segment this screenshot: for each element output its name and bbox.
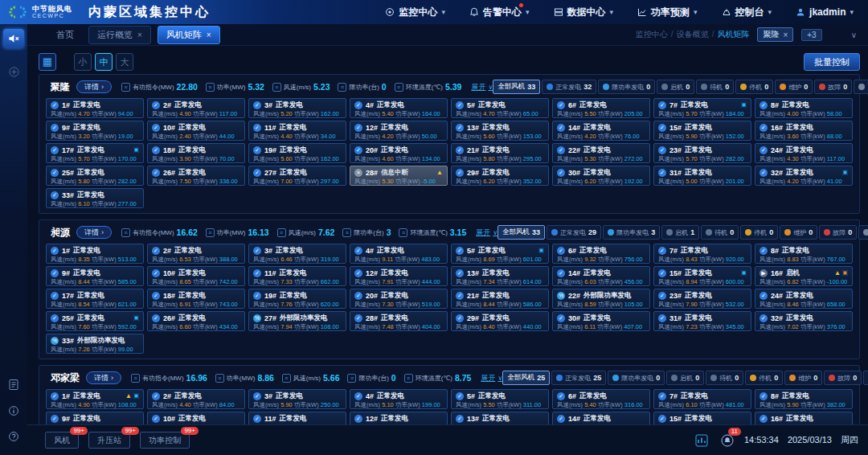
turbine-card[interactable]: ✓ 22# 正常发电 风速(m/s) 5.30 功率(kW) 272.00 (552, 143, 650, 163)
turbine-card[interactable]: ✓ 6# 正常发电 风速(m/s) 9.32 功率(kW) 756.00 (552, 244, 650, 264)
menu-console[interactable]: 控制台▾ (722, 6, 772, 19)
turbine-card[interactable]: ✓ 17# 正常发电 风速(m/s) 8.54 功率(kW) 621.00 (46, 289, 144, 309)
turbine-card[interactable]: ✓ 2# 正常发电 风速(m/s) 6.53 功率(kW) 388.00 (147, 244, 245, 264)
bottom-tab[interactable]: 升压站99+ (88, 432, 130, 449)
turbine-card[interactable]: ✓ 3# 正常发电 风速(m/s) 5.90 功率(kW) 250.00 (248, 389, 346, 409)
status-chip-fault[interactable]: 故障0 (814, 80, 852, 94)
close-icon[interactable]: × (137, 31, 142, 39)
mute-speaker-button[interactable] (3, 29, 24, 48)
turbine-card[interactable]: ✓ 20# 正常发电 风速(m/s) 4.60 功率(kW) 134.00 (350, 143, 448, 163)
turbine-card[interactable]: ✓ 28# 正常发电 风速(m/s) 7.48 功率(kW) 404.00 (350, 311, 448, 331)
turbine-card[interactable]: ✓ 4# 正常发电 风速(m/s) 9.11 功率(kW) 483.00 (350, 244, 448, 264)
turbine-card[interactable]: ✓ 25# 正常发电 风速(m/s) 5.80 功率(kW) 282.00 (46, 166, 144, 186)
turbine-card[interactable]: ✓ 32# 正常发电 风速(m/s) 7.02 功率(kW) 376.00 (755, 311, 853, 331)
turbine-card[interactable]: % 22# 外部限功率发电 风速(m/s) 8.59 功率(kW) 105.00 (552, 289, 650, 309)
status-chip-normal[interactable]: 正常发电29 (547, 225, 601, 240)
turbine-card[interactable]: ✓ 21# 正常发电 风速(m/s) 8.44 功率(kW) 586.00 (451, 289, 549, 309)
status-chip-standby[interactable]: 待机0 (696, 80, 734, 94)
batch-control-button[interactable]: 批量控制 (804, 53, 860, 71)
turbine-card[interactable]: ✓ 2# 正常发电 风速(m/s) 4.40 功率(kW) 84.00 (147, 389, 245, 409)
tab-turbine-matrix[interactable]: 风机矩阵× (158, 26, 220, 44)
size-small-button[interactable]: 小 (74, 53, 92, 71)
status-chip-normal[interactable]: 正常发电32 (542, 80, 596, 94)
filter-more-tag[interactable]: +3 (801, 29, 821, 41)
document-icon[interactable] (8, 379, 19, 394)
turbine-card[interactable]: ✓ 13# 正常发电 风速(m/s) 5.60 功率(kW) 153.00 (451, 121, 549, 141)
turbine-card[interactable]: ✓ 7# 正常发电 风速(m/s) 6.10 功率(kW) 481.00 (653, 389, 751, 409)
bottom-tab[interactable]: 功率控制99+ (140, 432, 190, 449)
turbine-card[interactable]: ▶ 16# 启机 ▲ 风速(m/s) 6.82 功率(kW) -100.00 (755, 266, 853, 286)
menu-power-forecast[interactable]: 功率预测▾ (637, 6, 698, 19)
turbine-card[interactable]: ✓ 16# 正常发电 风速(m/s) 3.60 功率(kW) 88.00 (755, 121, 853, 141)
size-medium-button[interactable]: 中 (95, 53, 113, 71)
turbine-card[interactable]: ✓ 32# 正常发电 风速(m/s) 4.20 功率(kW) 41.00 (755, 166, 853, 186)
status-chip-fault[interactable]: 故障0 (824, 371, 862, 385)
turbine-card[interactable]: ✓ 18# 正常发电 风速(m/s) 3.90 功率(kW) 70.00 (147, 143, 245, 163)
turbine-card[interactable]: ✓ 14# 正常发电 风速(m/s) 6.03 功率(kW) 456.00 (552, 266, 650, 286)
turbine-card[interactable]: ✓ 1# 正常发电 风速(m/s) 4.70 功率(kW) 94.00 (46, 98, 144, 118)
turbine-card[interactable]: ✓ 11# 正常发电 风速(m/s) 7.33 功率(kW) 662.00 (248, 266, 346, 286)
farm-filter-tag[interactable]: 聚隆× (757, 27, 793, 42)
status-chip-start[interactable]: 启机0 (657, 80, 694, 94)
alarm-bell-button[interactable]: 11 (719, 432, 736, 449)
size-large-button[interactable]: 大 (116, 53, 133, 71)
status-chip-limited[interactable]: 限功率发电0 (598, 80, 655, 94)
close-icon[interactable]: × (207, 31, 211, 39)
farm-detail-button[interactable]: 详情› (76, 226, 112, 239)
turbine-card[interactable]: ✓ 20# 正常发电 风速(m/s) 7.30 功率(kW) 519.00 (350, 289, 448, 309)
turbine-card[interactable]: ✓ 31# 正常发电 风速(m/s) 5.00 功率(kW) 201.00 (653, 166, 751, 186)
menu-data-center[interactable]: 数据中心▾ (554, 6, 614, 19)
turbine-card[interactable]: ✓ 19# 正常发电 风速(m/s) 7.76 功率(kW) 620.00 (248, 289, 346, 309)
turbine-card[interactable]: ✓ 12# 正常发电 风速(m/s) 7.91 功率(kW) 444.00 (350, 266, 448, 286)
turbine-card[interactable]: ✓ 14# 正常发电 风速(m/s) 功率(kW) (552, 412, 650, 424)
filter-dropdown-chevron-icon[interactable]: ∨ (851, 31, 857, 39)
turbine-card[interactable]: ✓ 4# 正常发电 风速(m/s) 5.10 功率(kW) 199.00 (350, 389, 448, 409)
turbine-card[interactable]: ✓ 24# 正常发电 风速(m/s) 4.30 功率(kW) 117.00 (755, 143, 853, 163)
status-chip-comm[interactable]: 通讯中断0 (863, 371, 868, 385)
status-chip-fault[interactable]: 故障0 (819, 225, 857, 240)
turbine-card[interactable]: ✓ 9# 正常发电 风速(m/s) 功率(kW) (46, 412, 144, 424)
status-chip-limited[interactable]: 限功率发电3 (603, 225, 660, 240)
turbine-card[interactable]: ✓ 23# 正常发电 风速(m/s) 7.90 功率(kW) 532.00 (653, 289, 751, 309)
turbine-card[interactable]: ✓ 12# 正常发电 风速(m/s) 4.20 功率(kW) 50.00 (350, 121, 448, 141)
grid-view-icon[interactable]: ▦ (39, 53, 56, 71)
breadcrumb-item[interactable]: 监控中心 (636, 30, 668, 39)
turbine-card[interactable]: ✓ 2# 正常发电 风速(m/s) 4.90 功率(kW) 117.00 (147, 98, 245, 118)
turbine-card[interactable]: ✓ 30# 正常发电 风速(m/s) 6.11 功率(kW) 407.00 (552, 311, 650, 331)
status-chip-maintain[interactable]: 维护0 (780, 225, 817, 240)
turbine-card[interactable]: ✓ 17# 正常发电 风速(m/s) 5.70 功率(kW) 170.00 (46, 143, 144, 163)
status-chip-stop[interactable]: 停机0 (735, 80, 773, 94)
turbine-card[interactable]: ✓ 26# 正常发电 风速(m/s) 6.60 功率(kW) 434.00 (147, 311, 245, 331)
turbine-card[interactable]: ✓ 24# 正常发电 风速(m/s) 8.46 功率(kW) 658.00 (755, 289, 853, 309)
turbine-card[interactable]: ✓ 8# 正常发电 风速(m/s) 8.83 功率(kW) 767.00 (755, 244, 853, 264)
turbine-card[interactable]: ✓ 26# 正常发电 风速(m/s) 7.50 功率(kW) 336.00 (147, 166, 245, 186)
menu-alarm[interactable]: 告警中心▾ (469, 6, 530, 19)
turbine-card[interactable]: ✓ 13# 正常发电 风速(m/s) 功率(kW) (451, 412, 549, 424)
turbine-card[interactable]: ✓ 7# 正常发电 风速(m/s) 8.43 功率(kW) 920.00 (653, 244, 751, 264)
status-chip-start[interactable]: 启机1 (661, 225, 699, 240)
turbine-card[interactable]: ✓ 5# 正常发电 风速(m/s) 5.50 功率(kW) 311.00 (451, 389, 549, 409)
turbine-card[interactable]: ✓ 33# 正常发电 风速(m/s) 6.10 功率(kW) 277.00 (46, 188, 144, 208)
turbine-card[interactable]: % 33# 外部限功率发电 风速(m/s) 7.26 功率(kW) 99.00 (46, 334, 144, 354)
turbine-card[interactable]: ✓ 23# 正常发电 风速(m/s) 5.70 功率(kW) 282.00 (653, 143, 751, 163)
turbine-card[interactable]: ✓ 15# 正常发电 风速(m/s) 功率(kW) (653, 412, 751, 424)
turbine-card[interactable]: ✓ 25# 正常发电 风速(m/s) 7.60 功率(kW) 592.00 (46, 311, 144, 331)
turbine-card[interactable]: ✓ 13# 正常发电 风速(m/s) 7.34 功率(kW) 614.00 (451, 266, 549, 286)
turbine-card[interactable]: ✓ 3# 正常发电 风速(m/s) 5.20 功率(kW) 162.00 (248, 98, 346, 118)
farm-detail-button[interactable]: 详情› (86, 371, 121, 384)
status-chip-maintain[interactable]: 维护0 (784, 371, 822, 385)
turbine-card[interactable]: ✓ 1# 正常发电 ▲ 风速(m/s) 4.90 功率(kW) 108.00 (46, 389, 144, 409)
turbine-card[interactable]: × 28# 信息中断 ▲ 风速(m/s) 5.30 功率(kW) -5.00 (350, 166, 448, 186)
farm-expand-toggle[interactable]: 展开∨ (481, 373, 502, 383)
turbine-card[interactable]: ✓ 30# 正常发电 风速(m/s) 6.20 功率(kW) 192.00 (552, 166, 650, 186)
turbine-card[interactable]: ✓ 4# 正常发电 风速(m/s) 5.40 功率(kW) 164.00 (350, 98, 448, 118)
status-chip-standby[interactable]: 待机0 (706, 371, 743, 385)
menu-monitoring[interactable]: 监控中心▾ (385, 6, 445, 19)
farm-expand-toggle[interactable]: 展开∨ (471, 82, 493, 92)
status-chip-all[interactable]: 全部风机33 (493, 80, 540, 94)
report-tool-icon[interactable] (693, 432, 710, 449)
turbine-card[interactable]: ✓ 10# 正常发电 风速(m/s) 2.40 功率(kW) 44.00 (147, 121, 245, 141)
turbine-card[interactable]: ✓ 11# 正常发电 风速(m/s) 4.40 功率(kW) 34.00 (248, 121, 346, 141)
status-chip-comm[interactable]: 通讯中断1 (854, 80, 868, 94)
status-chip-stop[interactable]: 停机0 (740, 225, 778, 240)
